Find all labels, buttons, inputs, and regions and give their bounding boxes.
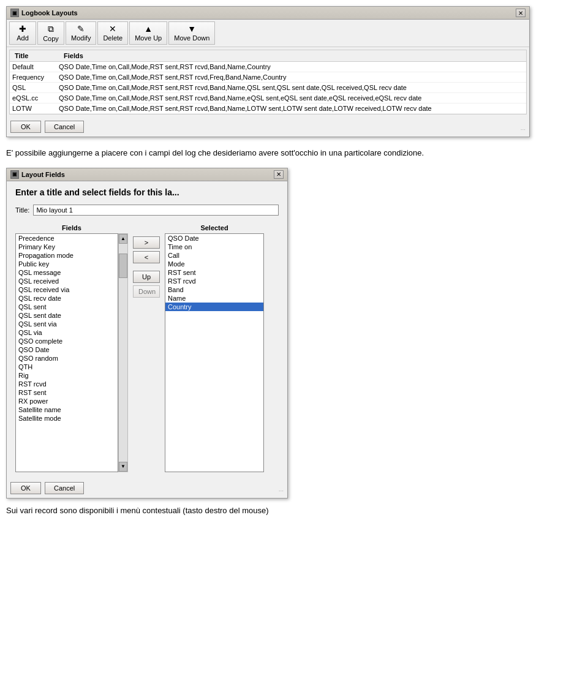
remove-field-button[interactable]: < (133, 251, 160, 263)
fields-scrollbar[interactable]: ▲ ▼ (118, 233, 128, 472)
fields-listbox[interactable]: PrecedencePrimary KeyPropagation modePub… (15, 233, 118, 472)
scrollbar-up[interactable]: ▲ (119, 234, 127, 244)
layout-resize-grip: ··· (279, 487, 284, 494)
table-row[interactable]: eQSL.cc QSO Date,Time on,Call,Mode,RST s… (10, 93, 526, 103)
row-fields: QSO Date,Time on,Call,Mode,RST sent,RST … (59, 63, 524, 70)
list-item[interactable]: QSL sent (16, 303, 118, 311)
list-item[interactable]: QSL received (16, 277, 118, 285)
layout-fields-close-button[interactable]: ✕ (274, 170, 284, 179)
layout-footer-buttons: OK Cancel (10, 482, 84, 494)
middle-buttons: > < Up Down (130, 224, 162, 298)
add-button[interactable]: ✚ Add (9, 21, 36, 45)
layout-fields-title-area: ▣ Layout Fields (10, 170, 65, 179)
row-title: Frequency (12, 73, 59, 81)
title-label: Title: (15, 206, 29, 214)
list-item[interactable]: Time on (165, 243, 263, 251)
add-field-button[interactable]: > (133, 236, 160, 249)
list-item[interactable]: Primary Key (16, 243, 118, 251)
table-body: Default QSO Date,Time on,Call,Mode,RST s… (10, 62, 526, 114)
copy-label: Copy (43, 35, 59, 42)
logbook-layouts-title-area: ▣ Logbook Layouts (10, 9, 78, 17)
layout-cancel-button[interactable]: Cancel (45, 482, 84, 494)
list-item[interactable]: Call (165, 251, 263, 260)
list-item[interactable]: Band (165, 285, 263, 294)
list-item[interactable]: Precedence (16, 234, 118, 243)
delete-button[interactable]: ✕ Delete (97, 21, 128, 45)
list-item[interactable]: Public key (16, 260, 118, 268)
move-up-label: Move Up (135, 34, 162, 42)
list-item[interactable]: QSL message (16, 268, 118, 277)
list-item[interactable]: Satellite name (16, 405, 118, 414)
modify-label: Modify (71, 34, 91, 42)
list-item[interactable]: QSL sent via (16, 320, 118, 328)
list-item[interactable]: QSL via (16, 328, 118, 337)
move-down-icon: ▼ (187, 24, 196, 34)
list-item[interactable]: QSL received via (16, 285, 118, 294)
list-item[interactable]: QSO random (16, 354, 118, 363)
logbook-layouts-window: ▣ Logbook Layouts ✕ ✚ Add ⧉ Copy ✎ Modif… (6, 6, 530, 137)
resize-grip: ··· (521, 126, 526, 133)
copy-button[interactable]: ⧉ Copy (37, 21, 64, 45)
layout-fields-body: Enter a title and select fields for this… (7, 181, 287, 478)
modify-button[interactable]: ✎ Modify (66, 21, 96, 45)
toolbar: ✚ Add ⧉ Copy ✎ Modify ✕ Delete ▲ Move Up… (7, 20, 529, 47)
list-item[interactable]: RST rcvd (165, 277, 263, 285)
list-item[interactable]: Name (165, 294, 263, 303)
header-title: Title (12, 51, 61, 60)
list-item[interactable]: QSL sent date (16, 311, 118, 320)
layout-fields-dialog: ▣ Layout Fields ✕ Enter a title and sele… (6, 168, 288, 499)
list-item[interactable]: Country (165, 303, 263, 311)
list-item[interactable]: Mode (165, 260, 263, 268)
fields-container: Fields PrecedencePrimary KeyPropagation … (15, 224, 279, 472)
row-title: LOTW (12, 105, 59, 112)
title-input[interactable] (33, 205, 279, 216)
table-row[interactable]: QSL QSO Date,Time on,Call,Mode,RST sent,… (10, 83, 526, 93)
row-fields: QSO Date,Time on,Call,Mode,RST sent,RST … (59, 94, 524, 102)
layout-fields-heading: Enter a title and select fields for this… (15, 187, 279, 197)
list-item[interactable]: Satellite mode (16, 414, 118, 423)
list-item[interactable]: RST rcvd (16, 380, 118, 388)
list-item[interactable]: RST sent (16, 388, 118, 397)
row-fields: QSO Date,Time on,Call,Mode,RST sent,RST … (59, 84, 524, 91)
list-item[interactable]: QSO Date (165, 234, 263, 243)
layout-fields-titlebar: ▣ Layout Fields ✕ (7, 168, 287, 181)
move-field-down-button[interactable]: Down (133, 285, 160, 298)
move-down-button[interactable]: ▼ Move Down (168, 21, 215, 45)
row-fields: QSO Date,Time on,Call,Mode,RST sent,RST … (59, 105, 524, 112)
modify-icon: ✎ (77, 24, 85, 34)
table-row[interactable]: Frequency QSO Date,Time on,Call,Mode,RST… (10, 72, 526, 83)
table-row[interactable]: Default QSO Date,Time on,Call,Mode,RST s… (10, 62, 526, 72)
table-header: Title Fields (10, 50, 526, 62)
description-text: E' possibile aggiungerne a piacere con i… (6, 147, 582, 159)
selected-column-label: Selected (165, 224, 264, 231)
layout-fields-title: Layout Fields (21, 171, 65, 178)
move-field-up-button[interactable]: Up (133, 271, 160, 283)
scrollbar-thumb[interactable] (119, 254, 127, 278)
list-item[interactable]: QSO complete (16, 337, 118, 345)
fields-column-label: Fields (15, 224, 128, 231)
scrollbar-down[interactable]: ▼ (119, 462, 127, 472)
move-up-button[interactable]: ▲ Move Up (129, 21, 167, 45)
row-title: Default (12, 63, 59, 70)
header-fields: Fields (61, 51, 86, 60)
layout-ok-button[interactable]: OK (10, 482, 41, 494)
move-up-icon: ▲ (144, 24, 153, 34)
layouts-table: Title Fields Default QSO Date,Time on,Ca… (9, 50, 527, 115)
list-item[interactable]: RX power (16, 397, 118, 405)
move-down-label: Move Down (174, 34, 209, 42)
list-item[interactable]: Propagation mode (16, 251, 118, 260)
title-row: Title: (15, 205, 279, 216)
list-item[interactable]: RST sent (165, 268, 263, 277)
list-item[interactable]: QTH (16, 363, 118, 371)
add-label: Add (17, 34, 29, 42)
logbook-ok-button[interactable]: OK (10, 121, 41, 133)
list-item[interactable]: QSO Date (16, 345, 118, 354)
list-item[interactable]: QSL recv date (16, 294, 118, 303)
logbook-cancel-button[interactable]: Cancel (45, 121, 84, 133)
selected-column: Selected QSO DateTime onCallModeRST sent… (165, 224, 264, 472)
table-row[interactable]: LOTW QSO Date,Time on,Call,Mode,RST sent… (10, 103, 526, 114)
row-title: eQSL.cc (12, 94, 59, 102)
close-button[interactable]: ✕ (516, 9, 526, 17)
selected-listbox[interactable]: QSO DateTime onCallModeRST sentRST rcvdB… (165, 233, 264, 472)
list-item[interactable]: Rig (16, 371, 118, 380)
